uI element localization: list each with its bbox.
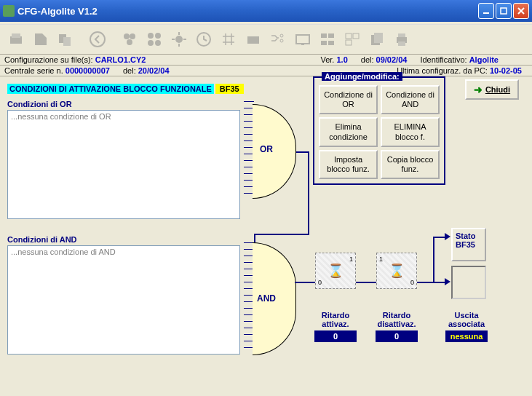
svg-rect-32 xyxy=(398,41,405,46)
svg-point-11 xyxy=(155,33,161,39)
toolbar-print-button[interactable] xyxy=(390,28,413,51)
delete-block-button[interactable]: ELIMINA blocco f. xyxy=(381,117,440,146)
svg-rect-23 xyxy=(321,41,327,45)
info-bar-config: Configurazione su file(s): CARLO1.CY2 Ve… xyxy=(0,55,532,66)
id-value: Algolite xyxy=(469,55,499,64)
toolbar-btn-7[interactable] xyxy=(167,28,191,51)
last-config-label: Ultima configuraz. da PC: xyxy=(397,66,490,75)
output-value: nessuna xyxy=(445,330,488,342)
svg-rect-27 xyxy=(346,40,352,45)
svg-rect-5 xyxy=(63,37,71,46)
config-label: Configurazione su file(s): xyxy=(4,55,95,64)
svg-point-13 xyxy=(155,40,161,46)
and-conditions-list[interactable]: ...nessuna condizione di AND xyxy=(7,245,240,355)
close-label: Chiudi xyxy=(485,85,510,94)
title-bar: CFG-Algolite V1.2 xyxy=(0,0,532,22)
deactivation-delay: 1 ⌛ 0 xyxy=(370,253,423,292)
toolbar-btn-15[interactable] xyxy=(365,28,389,51)
state-label: Stato xyxy=(456,231,476,240)
and-gate: AND xyxy=(253,242,303,355)
toolbar-btn-1[interactable] xyxy=(4,28,28,51)
window-close-button[interactable] xyxy=(513,3,529,19)
toolbar-btn-8[interactable] xyxy=(192,28,215,51)
svg-point-12 xyxy=(148,40,154,46)
set-block-button[interactable]: Imposta blocco funz. xyxy=(319,150,378,179)
edit-group-title: Aggiunge/modifica: xyxy=(322,72,402,81)
bf-badge: BF35 xyxy=(215,84,244,94)
delete-condition-button[interactable]: Elimina condizione xyxy=(319,117,378,146)
maximize-button[interactable] xyxy=(496,3,512,19)
toolbar-btn-9[interactable] xyxy=(217,28,240,51)
add-and-condition-button[interactable]: Condizione di AND xyxy=(381,85,440,114)
toolbar-back-button[interactable] xyxy=(86,28,109,51)
ver-value: 1.0 xyxy=(336,55,347,64)
activation-delay: ⌛ 1 0 xyxy=(309,253,362,292)
toolbar-btn-3[interactable] xyxy=(54,28,77,51)
svg-rect-22 xyxy=(328,33,334,38)
activation-delay-label: Ritardo attivaz. xyxy=(309,311,362,328)
svg-point-7 xyxy=(124,33,130,39)
del-value-1: 09/02/04 xyxy=(376,55,408,64)
toolbar-btn-11[interactable] xyxy=(266,28,290,51)
output-label: Uscita associata xyxy=(440,311,493,328)
gate-diagram: OR AND xyxy=(244,97,309,373)
window-title: CFG-Algolite V1.2 xyxy=(17,6,478,17)
toolbar-btn-5[interactable] xyxy=(118,28,141,51)
svg-point-14 xyxy=(175,36,183,43)
toolbar-btn-14[interactable] xyxy=(341,28,364,51)
svg-rect-3 xyxy=(12,33,20,38)
close-arrow-icon: ➜ xyxy=(474,84,483,95)
svg-rect-1 xyxy=(501,8,507,14)
deactivation-delay-label: Ritardo disattivaz. xyxy=(370,311,423,328)
and-placeholder: ...nessuna condizione di AND xyxy=(11,248,116,256)
svg-rect-21 xyxy=(321,33,327,38)
or-placeholder: ...nessuna condizione di OR xyxy=(11,112,111,121)
svg-rect-25 xyxy=(346,33,352,39)
hourglass-icon: ⌛ xyxy=(327,263,344,279)
ver-label: Ver. xyxy=(320,55,336,64)
config-value: CARLO1.CY2 xyxy=(95,55,146,64)
svg-point-10 xyxy=(148,33,154,39)
serial-value: 0000000007 xyxy=(65,66,110,75)
info-bar-serial: Centrale serie n. 0000000007 del: 20/02/… xyxy=(0,66,532,76)
svg-rect-16 xyxy=(247,36,259,44)
svg-point-9 xyxy=(127,39,132,45)
state-box[interactable]: Stato BF35 xyxy=(451,228,486,264)
toolbar xyxy=(0,25,532,55)
section-title: CONDIZIONI DI ATTIVAZIONE BLOCCO FUNZION… xyxy=(7,84,214,94)
close-button[interactable]: ➜ Chiudi xyxy=(465,79,519,100)
last-config-value: 10-02-05 xyxy=(490,66,522,75)
svg-point-17 xyxy=(280,34,283,37)
app-icon xyxy=(3,5,15,17)
svg-point-6 xyxy=(90,32,105,47)
activation-delay-value: 0 xyxy=(314,330,357,342)
svg-rect-24 xyxy=(328,41,334,45)
edit-buttons-group: Aggiunge/modifica: Condizione di OR Cond… xyxy=(313,76,445,185)
toolbar-btn-13[interactable] xyxy=(316,28,339,51)
hourglass-icon: ⌛ xyxy=(389,263,405,279)
toolbar-btn-10[interactable] xyxy=(242,28,265,51)
svg-point-18 xyxy=(280,39,283,42)
add-or-condition-button[interactable]: Condizione di OR xyxy=(319,85,378,114)
del-value-2: 20/02/04 xyxy=(138,66,170,75)
deactivation-delay-icon[interactable]: 1 ⌛ 0 xyxy=(376,253,417,289)
minimize-button[interactable] xyxy=(478,3,494,19)
del-label-2: del: xyxy=(123,66,138,75)
svg-rect-19 xyxy=(296,35,309,44)
or-gate-label: OR xyxy=(260,144,273,154)
svg-rect-20 xyxy=(301,44,304,45)
toolbar-btn-2[interactable] xyxy=(29,28,52,51)
and-gate-label: AND xyxy=(257,293,276,304)
copy-block-button[interactable]: Copia blocco funz. xyxy=(381,150,440,179)
activation-delay-icon[interactable]: ⌛ 1 0 xyxy=(315,253,356,289)
svg-point-8 xyxy=(130,33,135,39)
toolbar-btn-12[interactable] xyxy=(291,28,314,51)
del-label-1: del: xyxy=(361,55,376,64)
svg-rect-26 xyxy=(353,33,359,39)
svg-rect-29 xyxy=(374,33,383,43)
toolbar-btn-6[interactable] xyxy=(143,28,166,51)
svg-rect-31 xyxy=(398,33,405,37)
serial-label: Centrale serie n. xyxy=(4,66,65,75)
output-box[interactable] xyxy=(451,266,486,302)
or-conditions-list[interactable]: ...nessuna condizione di OR xyxy=(7,110,240,219)
